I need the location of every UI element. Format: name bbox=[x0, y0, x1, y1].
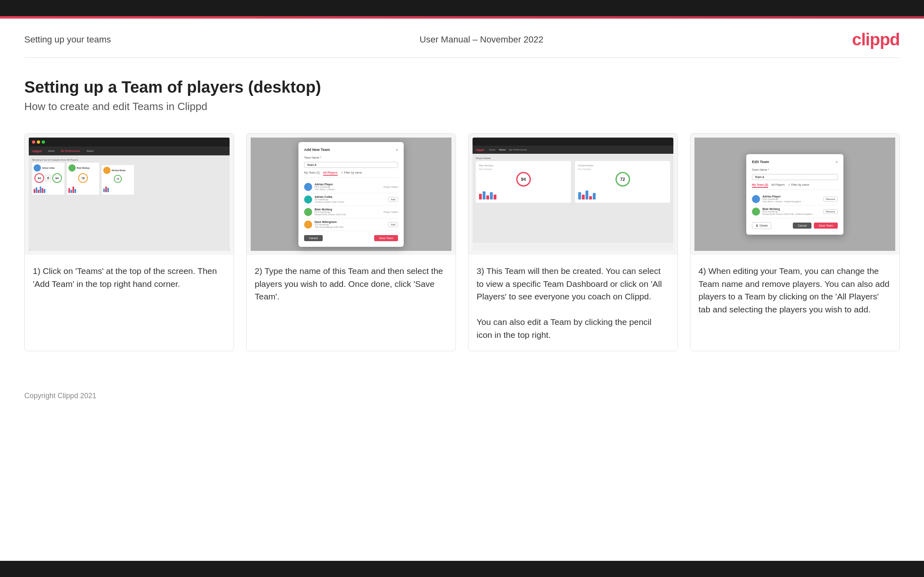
ss1-nav: clippd Home My Performance Teams bbox=[29, 146, 230, 155]
player-info-2: Adrian Colba 15 Handicap Central London … bbox=[315, 195, 385, 203]
ss3-nav-home: Home bbox=[489, 148, 496, 151]
ss3-bars-richard bbox=[578, 188, 667, 199]
edit-tab-all-players[interactable]: All Players bbox=[771, 183, 785, 188]
add-team-dialog: Add New Team × Team Name * My Team (2) A… bbox=[298, 142, 404, 247]
bar bbox=[36, 187, 37, 193]
ss3-container: clippd Home Teams My Performance Player … bbox=[473, 138, 673, 251]
add-player-4-button[interactable]: Add bbox=[388, 222, 398, 227]
edit-dialog-footer: 🗑 Delete Cancel Save Team bbox=[752, 222, 838, 229]
ss1-p1-score2: 0 bbox=[45, 175, 51, 181]
player-detail-2b: Central London Golf Centre bbox=[315, 201, 385, 203]
ss1-p2-scores: 78 bbox=[68, 172, 98, 184]
team-name-input[interactable] bbox=[304, 162, 398, 168]
bar bbox=[494, 195, 496, 199]
bar bbox=[44, 189, 45, 193]
edit-player-row-2: Blair McHarg Plus Handicap Royal North D… bbox=[752, 206, 838, 218]
edit-tab-filter[interactable]: ✓ Filter by name bbox=[788, 183, 809, 188]
player-avatar-4 bbox=[304, 221, 312, 229]
ss1-filter-label: Showing 4 out of 4 players from All Play… bbox=[32, 159, 226, 161]
edit-player-avatar-1 bbox=[752, 195, 760, 203]
card-1: clippd Home My Performance Teams Showing… bbox=[24, 133, 234, 351]
player-detail-3b: Royal North Devon Golf Club bbox=[315, 213, 381, 216]
card-1-desc: 1) Click on 'Teams' at the top of the sc… bbox=[25, 255, 234, 300]
remove-player-2-button[interactable]: Remove bbox=[823, 209, 838, 214]
ss3-card-header: Blair McHarg bbox=[479, 164, 568, 167]
ss3-card-header2: Richard Butler bbox=[578, 164, 667, 167]
card-2-screenshot: Add New Team × Team Name * My Team (2) A… bbox=[247, 134, 456, 255]
bar bbox=[105, 187, 107, 192]
page-title: Setting up a Team of players (desktop) bbox=[24, 78, 900, 96]
ss1-p2-avatar bbox=[68, 164, 76, 172]
edit-team-name-label: Team Name * bbox=[752, 168, 838, 171]
player-name-2: Adrian Colba bbox=[315, 195, 385, 198]
ss1-nav-teams: My Performance bbox=[61, 150, 80, 152]
edit-dialog-close-icon[interactable]: × bbox=[835, 160, 838, 164]
bar bbox=[38, 190, 39, 193]
dialog-tabs: My Team (2) All Players ✓ Filter by name bbox=[304, 171, 398, 178]
ss1-logo: clippd bbox=[32, 149, 42, 153]
ss1-p1-avatar bbox=[34, 164, 41, 172]
bar bbox=[42, 188, 43, 193]
bar bbox=[107, 188, 109, 192]
bar bbox=[68, 188, 70, 193]
save-team-button[interactable]: Save Team bbox=[374, 235, 398, 241]
ss1-topbar bbox=[29, 138, 230, 146]
remove-player-1-button[interactable]: Remove bbox=[823, 197, 838, 202]
ss1-p3-avatar bbox=[103, 167, 111, 174]
edit-tab-my-team[interactable]: My Team (2) bbox=[752, 183, 768, 188]
edit-team-name-input[interactable] bbox=[752, 174, 838, 180]
dot-yellow bbox=[37, 140, 40, 144]
cancel-button[interactable]: Cancel bbox=[304, 235, 323, 241]
dialog-close-icon[interactable]: × bbox=[396, 148, 398, 152]
page-footer: Copyright Clippd 2021 bbox=[0, 388, 924, 408]
edit-player-name-1: Adrian Player bbox=[762, 195, 821, 198]
ss3-nav: clippd Home Teams My Performance bbox=[473, 146, 673, 154]
ss1-nav-home: Home bbox=[48, 150, 55, 152]
bar bbox=[589, 196, 592, 199]
edit-team-dialog: Edit Team × Team Name * My Team (2) All … bbox=[746, 154, 843, 235]
bar bbox=[593, 193, 596, 199]
trash-icon: 🗑 bbox=[756, 224, 758, 227]
ss1-p2: Blair McHarg 78 bbox=[67, 163, 99, 195]
delete-team-button[interactable]: 🗑 Delete bbox=[752, 222, 771, 229]
tab-all-players[interactable]: All Players bbox=[323, 171, 338, 176]
player-badge-1: Player Added bbox=[383, 186, 398, 188]
delete-label: Delete bbox=[760, 224, 768, 227]
player-row-4: Dave Billingham 3.5 Handicap The Dog Map… bbox=[304, 218, 398, 231]
add-player-2-button[interactable]: Add bbox=[388, 197, 398, 202]
tab-filter[interactable]: ✓ Filter by name bbox=[341, 171, 362, 176]
bar bbox=[483, 191, 485, 199]
player-row-2: Adrian Colba 15 Handicap Central London … bbox=[304, 193, 398, 206]
header-center-text: User Manual – November 2022 bbox=[419, 34, 543, 45]
bar bbox=[578, 192, 581, 199]
bar bbox=[582, 195, 585, 199]
ss1-p1: Adrian Colba 84 0 94 bbox=[32, 163, 64, 195]
ss1-nav-search: Teams bbox=[86, 150, 94, 152]
ss1-p3-bars bbox=[103, 184, 132, 192]
player-row-1: Adrian Player Plus Handicap The Shire, L… bbox=[304, 181, 398, 193]
player-name-3: Blair McHarg bbox=[315, 208, 381, 211]
bar bbox=[490, 192, 493, 199]
edit-save-team-button[interactable]: Save Team bbox=[814, 223, 838, 229]
card-3: clippd Home Teams My Performance Player … bbox=[468, 133, 678, 351]
edit-dialog-header: Edit Team × bbox=[752, 160, 838, 164]
edit-cancel-button[interactable]: Cancel bbox=[793, 223, 811, 229]
player-avatar-3 bbox=[304, 208, 312, 216]
bar bbox=[103, 189, 105, 192]
card-4-screenshot: Edit Team × Team Name * My Team (2) All … bbox=[690, 134, 899, 255]
bar bbox=[34, 189, 35, 193]
ss3-topbar bbox=[473, 138, 673, 146]
ss3-nav-teams: Teams bbox=[499, 148, 506, 151]
header: Setting up your teams User Manual – Nove… bbox=[0, 19, 924, 57]
edit-player-detail-1b: The Shire, London, United Kingdom bbox=[762, 200, 821, 203]
ss3-nav-perf: My Performance bbox=[509, 148, 527, 151]
player-avatar-1 bbox=[304, 183, 312, 191]
bar bbox=[479, 194, 482, 199]
ss3-logo: clippd bbox=[476, 148, 484, 151]
bar bbox=[40, 187, 41, 193]
ss1-p2-name: Blair McHarg bbox=[77, 167, 89, 169]
card-4-desc: 4) When editing your Team, you can chang… bbox=[690, 255, 899, 325]
tab-my-team[interactable]: My Team (2) bbox=[304, 171, 320, 176]
ss1-p2-top: Blair McHarg bbox=[68, 164, 98, 172]
ss3-card-richard: Richard Butler Plus Handicap 72 bbox=[575, 161, 670, 203]
